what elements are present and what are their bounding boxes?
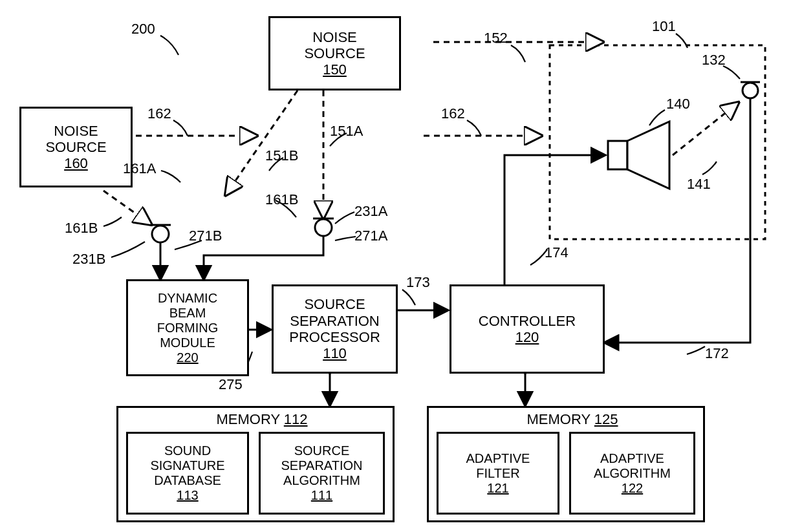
ref-271B: 271B <box>189 228 222 244</box>
ref-101: 101 <box>652 18 676 35</box>
ref-num: 160 <box>64 155 88 171</box>
label: FILTER <box>476 466 519 481</box>
ref-141: 141 <box>687 176 711 193</box>
block-adaptive-algorithm: ADAPTIVE ALGORITHM 122 <box>569 432 695 515</box>
label: SOURCE <box>45 139 106 155</box>
label: MEMORY <box>526 411 590 427</box>
ref-231B: 231B <box>72 251 105 268</box>
ref-200: 200 <box>131 21 155 37</box>
label: SEPARATION <box>281 458 363 473</box>
label: PROCESSOR <box>289 329 380 345</box>
ref-162-left: 162 <box>147 105 171 122</box>
label: NOISE <box>54 123 98 139</box>
ref-num: 150 <box>323 61 347 78</box>
label: ADAPTIVE <box>466 451 530 466</box>
label: ALGORITHM <box>594 466 671 481</box>
ref-num: 121 <box>487 481 508 496</box>
label: ADAPTIVE <box>600 451 664 466</box>
label: SOURCE <box>304 296 365 312</box>
ref-num: 112 <box>284 411 308 427</box>
memory-125-title: MEMORY 125 <box>514 411 631 428</box>
block-source-separation-algorithm: SOURCE SEPARATION ALGORITHM 111 <box>259 432 385 515</box>
block-sound-signature-database: SOUND SIGNATURE DATABASE 113 <box>126 432 249 515</box>
label: DATABASE <box>154 473 221 488</box>
ref-271A: 271A <box>354 228 387 244</box>
label: CONTROLLER <box>479 313 576 329</box>
ref-152: 152 <box>484 30 508 47</box>
block-source-separation-processor: SOURCE SEPARATION PROCESSOR 110 <box>272 284 398 374</box>
label: SOURCE <box>304 45 365 61</box>
label: MODULE <box>160 335 215 350</box>
ref-num: 220 <box>177 350 198 365</box>
svg-point-3 <box>742 83 758 98</box>
label: BEAM <box>169 306 206 321</box>
ref-161B-left: 161B <box>65 220 98 237</box>
ref-161A: 161A <box>123 160 156 177</box>
ref-num: 125 <box>594 411 618 427</box>
ref-151B: 151B <box>265 147 298 164</box>
svg-line-9 <box>226 90 298 194</box>
block-noise-source-160: NOISE SOURCE 160 <box>19 107 133 187</box>
label: NOISE <box>312 29 356 45</box>
label: SEPARATION <box>290 313 380 329</box>
ref-173: 173 <box>406 274 430 291</box>
ref-231A: 231A <box>354 203 387 220</box>
ref-132: 132 <box>702 52 726 69</box>
label: DYNAMIC <box>158 291 217 306</box>
label: SOURCE <box>294 443 350 458</box>
memory-112-title: MEMORY 112 <box>204 411 320 428</box>
label: FORMING <box>157 321 218 335</box>
ref-172: 172 <box>705 345 729 362</box>
ref-161B-right: 161B <box>265 191 298 208</box>
ref-151A: 151A <box>330 123 363 140</box>
ref-num: 110 <box>323 345 347 361</box>
ref-162-right: 162 <box>441 105 465 122</box>
block-adaptive-filter: ADAPTIVE FILTER 121 <box>437 432 559 515</box>
block-dynamic-beam-forming-module: DYNAMIC BEAM FORMING MODULE 220 <box>126 279 249 376</box>
svg-point-11 <box>315 219 332 236</box>
ref-num: 122 <box>622 481 643 496</box>
ref-num: 120 <box>515 329 539 345</box>
ref-140: 140 <box>666 96 690 112</box>
svg-line-10 <box>103 191 150 224</box>
block-noise-source-150: NOISE SOURCE 150 <box>268 16 401 90</box>
label: MEMORY <box>216 411 279 427</box>
ref-num: 111 <box>311 488 332 503</box>
ref-275: 275 <box>219 376 243 393</box>
label: ALGORITHM <box>283 473 360 488</box>
ref-num: 113 <box>177 488 198 503</box>
ref-174: 174 <box>545 244 569 261</box>
svg-point-13 <box>152 226 169 242</box>
svg-rect-1 <box>608 141 627 169</box>
label: SOUND <box>164 443 211 458</box>
block-controller: CONTROLLER 120 <box>450 284 605 374</box>
label: SIGNATURE <box>150 458 224 473</box>
